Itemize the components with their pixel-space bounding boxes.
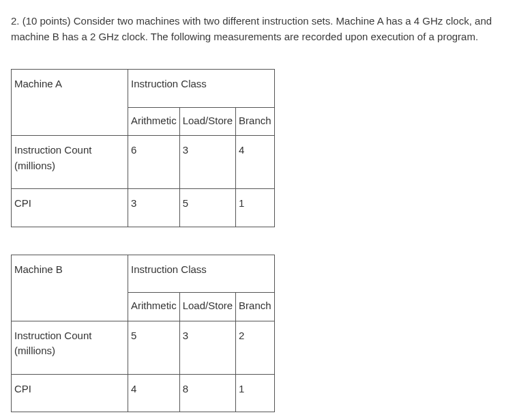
- cell-value: 1: [236, 374, 275, 412]
- cell-value: 5: [179, 189, 235, 227]
- question-number: 2. (10 points): [11, 15, 71, 27]
- col-loadstore: Load/Store: [179, 107, 235, 136]
- row-label: Instruction Count (millions): [12, 321, 128, 374]
- table-row: CPI 3 5 1: [12, 189, 275, 227]
- cell-value: 8: [179, 374, 235, 412]
- col-arithmetic: Arithmetic: [128, 107, 180, 136]
- cell-value: 3: [128, 189, 180, 227]
- table-row: Machine A Instruction Class: [12, 70, 275, 108]
- machine-b-table: Machine B Instruction Class Arithmetic L…: [11, 255, 275, 413]
- cell-value: 1: [236, 189, 275, 227]
- cell-value: 4: [236, 136, 275, 189]
- table-row: CPI 4 8 1: [12, 374, 275, 412]
- machine-label: Machine A: [12, 70, 128, 136]
- col-arithmetic: Arithmetic: [128, 293, 180, 321]
- col-branch: Branch: [236, 107, 275, 136]
- cell-value: 4: [128, 374, 180, 412]
- cell-value: 2: [236, 321, 275, 374]
- question-prompt: 2. (10 points) Consider two machines wit…: [11, 14, 521, 44]
- machine-label: Machine B: [12, 255, 128, 321]
- instruction-class-header: Instruction Class: [128, 70, 275, 108]
- cell-value: 6: [128, 136, 180, 189]
- table-row: Machine B Instruction Class: [12, 255, 275, 293]
- question-body: Consider two machines with two different…: [11, 15, 492, 42]
- machine-a-table: Machine A Instruction Class Arithmetic L…: [11, 69, 275, 227]
- cell-value: 5: [128, 321, 180, 374]
- cell-value: 3: [179, 136, 235, 189]
- instruction-class-header: Instruction Class: [128, 255, 275, 293]
- row-label: CPI: [12, 374, 128, 412]
- col-branch: Branch: [236, 293, 275, 321]
- col-loadstore: Load/Store: [179, 293, 235, 321]
- row-label: Instruction Count (millions): [12, 136, 128, 189]
- table-row: Instruction Count (millions) 5 3 2: [12, 321, 275, 374]
- cell-value: 3: [179, 321, 235, 374]
- table-row: Instruction Count (millions) 6 3 4: [12, 136, 275, 189]
- row-label: CPI: [12, 189, 128, 227]
